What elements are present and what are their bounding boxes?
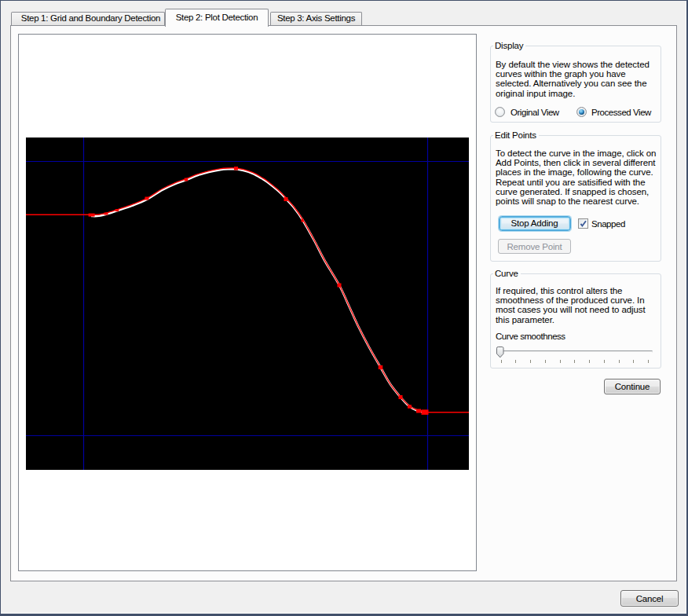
original-view-label: Original View bbox=[511, 108, 559, 117]
continue-button[interactable]: Continue bbox=[604, 379, 661, 394]
slider-tick bbox=[619, 360, 620, 364]
tab-step1-label: Step 1: Grid and Boundary Detection bbox=[21, 13, 160, 23]
slider-tick bbox=[545, 360, 546, 364]
stop-adding-button-label: Stop Adding bbox=[511, 218, 558, 228]
slider-tick bbox=[501, 360, 502, 364]
snapped-checkbox-label: Snapped bbox=[591, 219, 625, 229]
slider-tick bbox=[648, 360, 649, 364]
remove-point-button-label: Remove Point bbox=[507, 242, 562, 251]
edit-points-group-description: To detect the curve in the image, click … bbox=[496, 148, 656, 206]
original-view-radio[interactable] bbox=[495, 107, 505, 117]
curve-smoothness-slider-thumb[interactable] bbox=[496, 346, 504, 358]
tab-step3-axis-settings[interactable]: Step 3: Axis Settings bbox=[270, 12, 362, 26]
tab-step1-grid-boundary-detection[interactable]: Step 1: Grid and Boundary Detection bbox=[11, 12, 165, 26]
slider-tick bbox=[574, 360, 575, 364]
snapped-checkbox[interactable] bbox=[578, 218, 588, 229]
curve-group-description: If required, this control alters the smo… bbox=[496, 286, 646, 324]
slider-tick bbox=[633, 360, 634, 364]
tab-step3-label: Step 3: Axis Settings bbox=[277, 13, 355, 23]
cancel-button-label: Cancel bbox=[636, 594, 664, 603]
cancel-button[interactable]: Cancel bbox=[620, 590, 679, 607]
curve-smoothness-label: Curve smoothness bbox=[496, 332, 565, 341]
curve-smoothness-slider-track[interactable] bbox=[496, 350, 653, 353]
processed-view-radio[interactable] bbox=[576, 107, 587, 117]
curve-group-title: Curve bbox=[493, 269, 521, 278]
display-group-description: By default the view shows the detected c… bbox=[496, 60, 650, 98]
tab-step2-plot-detection[interactable]: Step 2: Plot Detection bbox=[165, 9, 269, 27]
window-frame-top bbox=[0, 0, 688, 1]
slider-tick bbox=[589, 360, 590, 364]
tab-step2-label: Step 2: Plot Detection bbox=[176, 13, 258, 22]
display-group-title: Display bbox=[493, 41, 525, 50]
checkmark-icon bbox=[579, 219, 587, 228]
edit-points-group-title: Edit Points bbox=[493, 130, 539, 140]
slider-tick bbox=[604, 360, 605, 364]
remove-point-button[interactable]: Remove Point bbox=[498, 239, 571, 254]
dialog-window: Step 1: Grid and Boundary Detection Step… bbox=[0, 0, 688, 616]
stop-adding-button[interactable]: Stop Adding bbox=[499, 216, 571, 231]
slider-tick bbox=[560, 360, 561, 364]
plot-image[interactable] bbox=[26, 138, 469, 470]
radio-selected-dot bbox=[579, 109, 584, 115]
processed-view-label: Processed View bbox=[591, 108, 651, 117]
slider-tick bbox=[515, 360, 516, 364]
continue-button-label: Continue bbox=[615, 382, 650, 391]
slider-tick bbox=[530, 360, 531, 364]
window-frame-left bbox=[0, 0, 1, 616]
